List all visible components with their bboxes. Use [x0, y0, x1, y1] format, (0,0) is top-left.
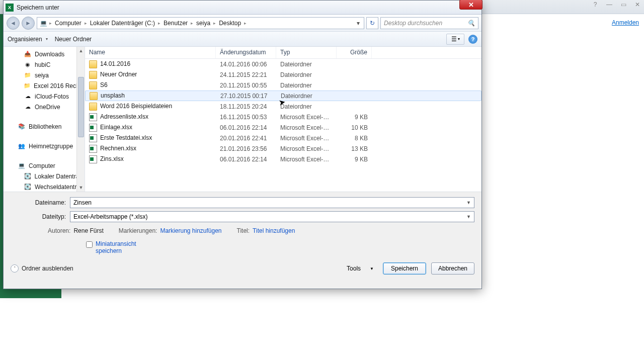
save-button[interactable]: Speichern — [383, 262, 426, 275]
thumbnail-checkbox[interactable] — [86, 241, 93, 248]
new-folder-button[interactable]: Neuer Ordner — [55, 36, 92, 43]
computer-icon: 💻 — [39, 19, 47, 27]
chevron-down-icon[interactable]: ▼ — [466, 214, 471, 219]
tree-item[interactable]: 💽Lokaler Datenträg — [4, 171, 85, 182]
navigation-bar: ◄ ► 💻 ▸ Computer▸ Lokaler Datenträger (C… — [4, 15, 481, 32]
tree-item[interactable]: ☁OneDrive — [4, 102, 85, 112]
thumbnail-label[interactable]: Miniaturansicht speichern — [96, 240, 151, 254]
breadcrumb[interactable]: 💻 ▸ Computer▸ Lokaler Datenträger (C:)▸ … — [37, 17, 364, 29]
close-icon[interactable]: ✕ — [633, 1, 642, 8]
button-bar: ˄ Ordner ausblenden Tools ▼ Speichern Ab… — [4, 257, 481, 280]
save-fields: Dateiname: Zinsen▼ Dateityp: Excel-Arbei… — [4, 192, 481, 257]
tree-icon: 📁 — [24, 82, 31, 90]
hide-folders-button[interactable]: ˄ Ordner ausblenden — [11, 264, 73, 273]
tree-icon: 📚 — [18, 123, 26, 131]
tree-icon: ☁ — [24, 93, 32, 101]
file-list: Name Änderungsdatum Typ Größe 14.01.2016… — [85, 47, 481, 192]
forward-button[interactable]: ► — [22, 17, 35, 30]
background-window-controls: ? — ▭ ✕ — [591, 1, 642, 8]
list-item[interactable]: Einlage.xlsx06.01.2016 22:14Microsoft Ex… — [85, 122, 481, 133]
filename-label: Dateiname: — [11, 199, 70, 206]
filetype-label: Dateityp: — [11, 213, 70, 220]
filetype-select[interactable]: Excel-Arbeitsmappe (*.xlsx)▼ — [70, 211, 474, 222]
list-item[interactable]: 14.01.201614.01.2016 00:06Dateiordner — [85, 59, 481, 69]
tree-icon: 💽 — [24, 183, 32, 191]
tags-label: Markierungen: — [119, 227, 157, 234]
folder-tree[interactable]: 📥Downloads◉hubiC📁seiya📁Excel 2016 Rechn☁… — [4, 47, 85, 192]
list-item[interactable]: Rechnen.xlsx21.01.2016 23:56Microsoft Ex… — [85, 143, 481, 154]
filename-input[interactable]: Zinsen▼ — [70, 197, 474, 208]
dialog-titlebar: X Speichern unter — [4, 1, 481, 15]
tree-icon: 📁 — [24, 71, 32, 79]
search-icon: 🔍 — [467, 20, 475, 27]
excel-icon: X — [6, 4, 14, 12]
tree-item[interactable]: 💻Computer — [4, 160, 85, 171]
authors-value[interactable]: Rene Fürst — [73, 227, 103, 234]
breadcrumb-seg[interactable]: Benutzer — [162, 20, 190, 27]
search-input[interactable]: Desktop durchsuchen 🔍 — [380, 17, 478, 29]
breadcrumb-dropdown-icon[interactable]: ▾ — [355, 20, 362, 27]
list-header[interactable]: Name Änderungsdatum Typ Größe — [85, 47, 481, 59]
title-label: Titel: — [237, 227, 250, 234]
column-size[interactable]: Größe — [337, 47, 372, 58]
tree-icon: 👥 — [18, 142, 26, 150]
save-as-dialog: X Speichern unter ✕ ◄ ► 💻 ▸ Computer▸ Lo… — [3, 0, 482, 289]
back-button[interactable]: ◄ — [7, 17, 20, 30]
list-item[interactable]: unsplash27.10.2015 00:17Dateiordner — [85, 90, 481, 101]
list-item[interactable]: Erste Testdatei.xlsx20.01.2016 22:41Micr… — [85, 133, 481, 143]
title-value[interactable]: Titel hinzufügen — [253, 227, 295, 234]
tree-item[interactable]: 💽Wechseldatenträ — [4, 182, 85, 192]
cancel-button[interactable]: Abbrechen — [431, 262, 474, 275]
list-item[interactable]: Word 2016 Beispieldateien18.11.2015 20:2… — [85, 101, 481, 112]
search-placeholder: Desktop durchsuchen — [384, 20, 467, 27]
view-options-button[interactable]: ☰▾ — [446, 34, 464, 45]
toolbar: Organisieren Neuer Ordner ☰▾ ? — [4, 32, 481, 47]
column-type[interactable]: Typ — [276, 47, 337, 58]
tree-icon: ☁ — [24, 103, 32, 111]
tree-icon: 💽 — [24, 172, 32, 180]
organize-button[interactable]: Organisieren — [8, 36, 48, 43]
minimize-icon[interactable]: — — [605, 1, 614, 8]
list-item[interactable]: Neuer Ordner24.11.2015 22:21Dateiordner — [85, 69, 481, 80]
chevron-up-icon: ˄ — [11, 264, 19, 273]
list-item[interactable]: Zins.xlsx06.01.2016 22:14Microsoft Excel… — [85, 154, 481, 164]
authors-label: Autoren: — [48, 227, 70, 234]
tree-item[interactable]: ☁iCloud-Fotos — [4, 91, 85, 102]
tree-scrollbar[interactable]: ▲▼ — [76, 47, 85, 192]
breadcrumb-seg[interactable]: Lokaler Datenträger (C:) — [88, 20, 157, 27]
tree-item[interactable]: 📁Excel 2016 Rechn — [4, 80, 85, 91]
breadcrumb-seg[interactable]: Computer — [53, 20, 84, 27]
help-icon[interactable]: ? — [591, 1, 600, 8]
tree-item[interactable]: ◉hubiC — [4, 59, 85, 70]
breadcrumb-seg[interactable]: seiya — [194, 20, 212, 27]
list-item[interactable]: Adressenliste.xlsx16.11.2015 00:53Micros… — [85, 112, 481, 122]
refresh-button[interactable]: ↻ — [366, 17, 378, 29]
tree-item[interactable]: 👥Heimnetzgruppe — [4, 141, 85, 151]
tree-item[interactable]: 📁seiya — [4, 70, 85, 80]
breadcrumb-seg[interactable]: Desktop — [217, 20, 243, 27]
tree-icon: ◉ — [24, 61, 32, 69]
tree-item[interactable]: 📚Bibliotheken — [4, 121, 85, 132]
dialog-title: Speichern unter — [17, 4, 59, 11]
tree-icon: 💻 — [18, 162, 26, 170]
chevron-down-icon[interactable]: ▼ — [466, 200, 471, 205]
signin-link[interactable]: Anmelden — [612, 19, 639, 26]
tags-value[interactable]: Markierung hinzufügen — [160, 227, 221, 234]
column-name[interactable]: Name — [85, 47, 216, 58]
tree-item[interactable]: 📥Downloads — [4, 49, 85, 59]
maximize-icon[interactable]: ▭ — [619, 1, 628, 8]
tree-icon: 📥 — [24, 50, 32, 58]
list-item[interactable]: S620.11.2015 00:55Dateiordner — [85, 80, 481, 90]
tools-button[interactable]: Tools ▼ — [343, 263, 378, 274]
help-button[interactable]: ? — [468, 35, 477, 44]
close-button[interactable]: ✕ — [459, 0, 482, 10]
column-date[interactable]: Änderungsdatum — [216, 47, 276, 58]
